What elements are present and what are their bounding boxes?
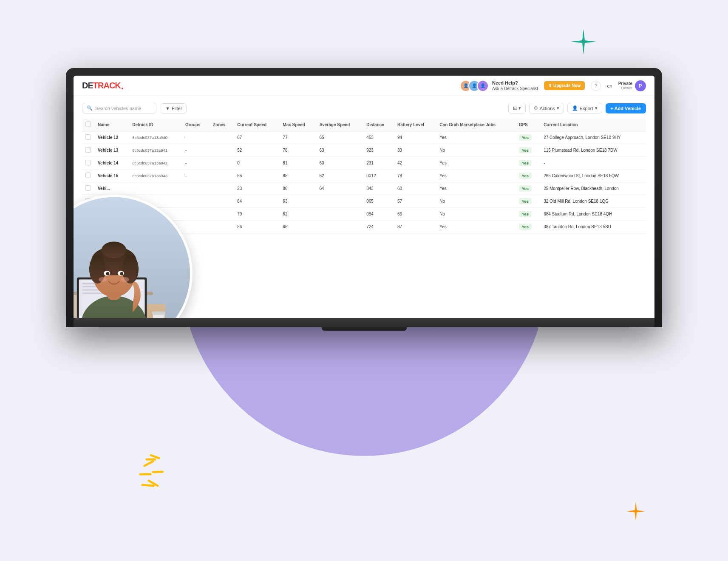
- col-zones[interactable]: Zones: [210, 119, 234, 131]
- toolbar-left: 🔍 Search vehicles name ▼ Filter: [82, 103, 187, 113]
- row-distance: 724: [363, 221, 394, 233]
- actions-chevron: ▾: [557, 105, 559, 111]
- row-max-speed: 63: [279, 195, 316, 208]
- table-row[interactable]: Vehicle 12 8c6cdc037a13a940 - 67 77 65 4…: [82, 131, 646, 144]
- col-name[interactable]: Name: [94, 119, 129, 131]
- svg-rect-9: [82, 292, 102, 294]
- row-location: 115 Plumstead Rd, London SE18 7DW: [540, 144, 646, 157]
- laptop-screen-frame: DETRACK . 👤 👤 👤 Need Help? Ask a Detrack…: [66, 68, 662, 327]
- col-location[interactable]: Current Location: [540, 119, 646, 131]
- user-account[interactable]: Private Owner P: [618, 80, 646, 91]
- svg-point-20: [120, 272, 124, 275]
- avatar-group: 👤 👤 👤: [460, 80, 489, 92]
- row-checkbox[interactable]: [82, 182, 94, 195]
- row-gps: Yes: [516, 195, 541, 208]
- row-battery: 66: [394, 208, 436, 221]
- table-row[interactable]: Vehicle 13 8c6cdc037a13a941 - 52 78 63 9…: [82, 144, 646, 157]
- columns-button[interactable]: ⊞ ▾: [508, 103, 526, 113]
- row-current-speed: 52: [234, 144, 279, 157]
- toolbar-right: ⊞ ▾ ⚙ Actions ▾ 👤 Export ▾: [508, 103, 646, 113]
- row-name: Vehicle 13: [94, 144, 129, 157]
- filter-button[interactable]: ▼ Filter: [161, 103, 187, 113]
- svg-line-29: [140, 470, 150, 478]
- row-max-speed: 81: [279, 157, 316, 170]
- add-vehicle-button[interactable]: + Add Vehicle: [606, 103, 646, 113]
- row-checkbox[interactable]: [82, 170, 94, 182]
- user-avatar: P: [635, 80, 646, 91]
- row-distance: 843: [363, 182, 394, 195]
- col-grab[interactable]: Can Grab Marketplace Jobs: [436, 119, 515, 131]
- svg-point-21: [99, 277, 107, 282]
- row-name: Vehicle 15: [94, 170, 129, 182]
- svg-point-19: [106, 272, 110, 275]
- row-name: Vehicle 12: [94, 131, 129, 144]
- table-header-row: Name Detrack ID Groups Zones Current Spe…: [82, 119, 646, 131]
- row-location: 684 Stadium Rd, London SE18 4QH: [540, 208, 646, 221]
- export-button[interactable]: 👤 Export ▾: [567, 103, 602, 113]
- row-groups: [182, 182, 210, 195]
- row-avg-speed: 63: [316, 144, 363, 157]
- export-chevron: ▾: [595, 105, 598, 111]
- row-gps: Yes: [516, 157, 541, 170]
- help-icon-button[interactable]: ?: [591, 81, 601, 91]
- upgrade-button[interactable]: ⬆ Upgrade Now: [544, 81, 585, 90]
- row-groups: -: [182, 144, 210, 157]
- row-distance: 054: [363, 208, 394, 221]
- actions-gear-icon: ⚙: [534, 105, 538, 111]
- svg-rect-24: [152, 312, 165, 315]
- row-avg-speed: 64: [316, 182, 363, 195]
- svg-line-28: [153, 470, 163, 474]
- row-battery: 33: [394, 144, 436, 157]
- row-current-speed: 23: [234, 182, 279, 195]
- col-max-speed[interactable]: Max Speed: [279, 119, 316, 131]
- row-battery: 94: [394, 131, 436, 144]
- row-avg-speed: 65: [316, 131, 363, 144]
- row-max-speed: 80: [279, 182, 316, 195]
- columns-chevron: ▾: [518, 105, 521, 111]
- row-location: 25 Montpelier Row, Blackheath, London: [540, 182, 646, 195]
- col-detrack-id[interactable]: Detrack ID: [129, 119, 182, 131]
- row-checkbox[interactable]: [82, 144, 94, 157]
- row-grab: Yes: [436, 182, 515, 195]
- row-detrack-id: 8c6cdc037a13a940: [129, 131, 182, 144]
- col-current-speed[interactable]: Current Speed: [234, 119, 279, 131]
- orange-star-decoration: [626, 502, 645, 521]
- row-zones: [210, 182, 234, 195]
- col-gps[interactable]: GPS: [516, 119, 541, 131]
- row-checkbox[interactable]: [82, 131, 94, 144]
- table-row[interactable]: Vehi... 23 80 64 843 60 Yes Yes 25 Montp…: [82, 182, 646, 195]
- table-row[interactable]: Vehicle 15 8c6cdc037a13a943 - 65 88 62 0…: [82, 170, 646, 182]
- sparkle-decoration: [123, 451, 174, 504]
- row-gps: Yes: [516, 170, 541, 182]
- col-distance[interactable]: Distance: [363, 119, 394, 131]
- row-max-speed: 78: [279, 144, 316, 157]
- row-avg-speed: 62: [316, 170, 363, 182]
- actions-button[interactable]: ⚙ Actions ▾: [529, 103, 564, 113]
- row-checkbox[interactable]: [82, 157, 94, 170]
- account-role: Owner: [618, 86, 632, 90]
- row-location: -: [540, 157, 646, 170]
- col-battery[interactable]: Battery Level: [394, 119, 436, 131]
- avatar-3: 👤: [477, 80, 489, 92]
- row-zones: [210, 157, 234, 170]
- row-location: 27 College Approach, London SE10 9HY: [540, 131, 646, 144]
- table-toolbar: 🔍 Search vehicles name ▼ Filter ⊞ ▾: [82, 103, 646, 113]
- language-selector[interactable]: en: [607, 83, 612, 88]
- svg-point-22: [121, 277, 129, 282]
- col-groups[interactable]: Groups: [182, 119, 210, 131]
- row-battery: 60: [394, 182, 436, 195]
- teal-star-decoration: [571, 29, 596, 54]
- row-zones: [210, 221, 234, 233]
- help-section[interactable]: 👤 👤 👤 Need Help? Ask a Detrack Specialis…: [460, 80, 538, 92]
- row-gps: Yes: [516, 221, 541, 233]
- svg-line-26: [151, 455, 159, 458]
- row-current-speed: 86: [234, 221, 279, 233]
- row-avg-speed: [316, 221, 363, 233]
- row-gps: Yes: [516, 208, 541, 221]
- table-row[interactable]: Vehicle 14 8c6cdc037a13a942 - 0 81 60 23…: [82, 157, 646, 170]
- search-box[interactable]: 🔍 Search vehicles name: [82, 103, 156, 113]
- col-avg-speed[interactable]: Average Speed: [316, 119, 363, 131]
- search-placeholder: Search vehicles name: [95, 106, 141, 111]
- row-gps: Yes: [516, 144, 541, 157]
- row-max-speed: 77: [279, 131, 316, 144]
